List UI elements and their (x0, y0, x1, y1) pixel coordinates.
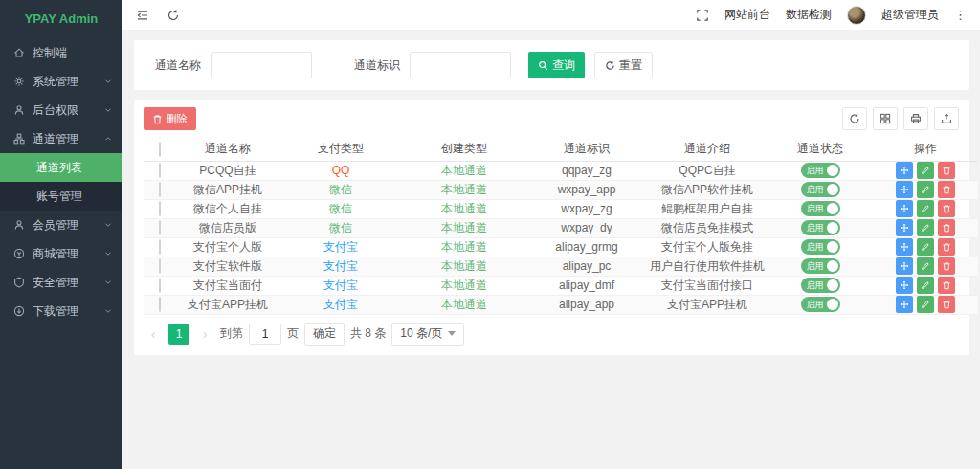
trash-icon (942, 204, 951, 213)
row-checkbox[interactable] (159, 297, 161, 312)
sidebar-item-console[interactable]: 控制端 (0, 38, 122, 67)
home-icon (13, 47, 25, 58)
channel-name-input[interactable] (211, 52, 312, 78)
trash-icon (942, 300, 951, 309)
data-check-link[interactable]: 数据检测 (786, 7, 832, 23)
chevron-down-icon (103, 220, 113, 230)
more-menu-icon[interactable]: ⋮ (954, 8, 967, 22)
cell-code: alipay_dmf (526, 276, 647, 295)
edit-row-button[interactable] (917, 238, 934, 256)
page-1-button[interactable]: 1 (168, 324, 189, 345)
table-refresh-button[interactable] (842, 107, 867, 130)
col-header-name: 通道名称 (176, 138, 279, 161)
delete-row-button[interactable] (938, 277, 955, 294)
move-row-button[interactable] (896, 219, 913, 236)
sidebar-item-label: 系统管理 (33, 74, 103, 90)
move-row-button[interactable] (896, 200, 913, 217)
status-toggle[interactable]: 启用 (801, 297, 840, 312)
row-actions (873, 219, 978, 236)
delete-row-button[interactable] (938, 200, 955, 217)
main-area: 网站前台 数据检测 超级管理员 ⋮ 通道名称 通道标识 查询 (122, 0, 980, 469)
edit-row-button[interactable] (917, 296, 934, 313)
select-all-checkbox[interactable] (159, 142, 161, 157)
trash-icon (942, 166, 951, 175)
sidebar-item-label: 通道管理 (33, 131, 103, 147)
status-toggle[interactable]: 启用 (801, 220, 840, 235)
sidebar-subitem-channel-list[interactable]: 通道列表 (0, 153, 122, 182)
query-button[interactable]: 查询 (528, 52, 585, 78)
collapse-sidebar-icon[interactable] (136, 9, 149, 22)
status-toggle[interactable]: 启用 (801, 163, 840, 178)
prev-page-button[interactable]: ‹ (144, 324, 163, 345)
sidebar-item-security[interactable]: 安全管理 (0, 268, 122, 297)
edit-row-button[interactable] (917, 277, 934, 294)
move-row-button[interactable] (896, 181, 913, 198)
status-toggle[interactable]: 启用 (801, 182, 840, 197)
status-toggle-label: 启用 (807, 278, 824, 293)
goto-page-input[interactable] (249, 324, 281, 345)
status-toggle[interactable]: 启用 (801, 258, 840, 274)
delete-row-button[interactable] (938, 181, 955, 198)
status-toggle[interactable]: 启用 (801, 201, 840, 216)
move-row-button[interactable] (896, 162, 913, 179)
print-button[interactable] (903, 107, 928, 130)
move-row-button[interactable] (896, 238, 913, 256)
sidebar-item-downloads[interactable]: 下载管理 (0, 297, 122, 325)
status-toggle[interactable]: 启用 (801, 278, 840, 293)
toggle-knob (827, 241, 838, 253)
col-header-create-type: 创建类型 (402, 138, 526, 161)
delete-row-button[interactable] (938, 219, 955, 236)
delete-row-button[interactable] (938, 296, 955, 313)
row-checkbox[interactable] (159, 201, 161, 216)
refresh-icon[interactable] (167, 9, 180, 22)
edit-row-button[interactable] (917, 200, 934, 217)
delete-selected-button[interactable]: 删除 (144, 107, 196, 130)
col-header-pay-type: 支付类型 (279, 138, 402, 161)
sidebar-item-label: 会员管理 (33, 217, 103, 234)
filter-columns-button[interactable] (873, 107, 898, 130)
move-icon (900, 204, 909, 213)
row-checkbox[interactable] (159, 278, 161, 293)
status-toggle-label: 启用 (807, 297, 824, 312)
username[interactable]: 超级管理员 (881, 7, 939, 23)
edit-row-button[interactable] (917, 181, 934, 198)
row-checkbox[interactable] (159, 258, 161, 274)
delete-row-button[interactable] (938, 238, 955, 256)
sidebar-item-channels[interactable]: 通道管理 (0, 124, 122, 153)
sidebar-subitem-account-manage[interactable]: 账号管理 (0, 182, 122, 211)
channel-code-input[interactable] (410, 52, 511, 78)
export-button[interactable] (934, 107, 959, 130)
next-page-button[interactable]: › (195, 324, 214, 345)
row-checkbox[interactable] (159, 163, 161, 178)
avatar[interactable] (847, 6, 866, 25)
delete-row-button[interactable] (938, 162, 955, 179)
move-icon (900, 223, 909, 233)
move-row-button[interactable] (896, 296, 913, 313)
move-row-button[interactable] (896, 277, 913, 294)
move-row-button[interactable] (896, 257, 913, 275)
status-toggle[interactable]: 启用 (801, 239, 840, 255)
reset-button[interactable]: 重置 (594, 52, 653, 78)
sidebar-item-members[interactable]: 会员管理 (0, 211, 122, 239)
sidebar-item-permissions[interactable]: 后台权限 (0, 96, 122, 124)
per-page-select[interactable]: 10 条/页 (391, 323, 464, 346)
goto-confirm-button[interactable]: 确定 (304, 323, 345, 346)
edit-row-button[interactable] (917, 219, 934, 236)
cell-name: 支付宝个人版 (176, 237, 279, 257)
edit-row-button[interactable] (917, 162, 934, 179)
edit-icon (921, 242, 930, 252)
row-checkbox[interactable] (159, 239, 161, 255)
sidebar-item-system[interactable]: 系统管理 (0, 67, 122, 96)
fullscreen-icon[interactable] (696, 9, 709, 22)
row-checkbox[interactable] (159, 220, 161, 235)
download-icon (13, 305, 25, 317)
channels-table: 通道名称 支付类型 创建类型 通道标识 通道介绍 通道状态 操作 PCQQ自挂 … (144, 138, 978, 315)
delete-row-button[interactable] (938, 257, 955, 275)
sidebar-item-mall[interactable]: 商城管理 (0, 239, 122, 268)
frontend-link[interactable]: 网站前台 (724, 7, 770, 23)
edit-icon (921, 223, 930, 233)
row-checkbox[interactable] (159, 182, 161, 197)
edit-row-button[interactable] (917, 257, 934, 275)
mall-icon (13, 248, 25, 259)
table-tool-icons (842, 107, 959, 130)
